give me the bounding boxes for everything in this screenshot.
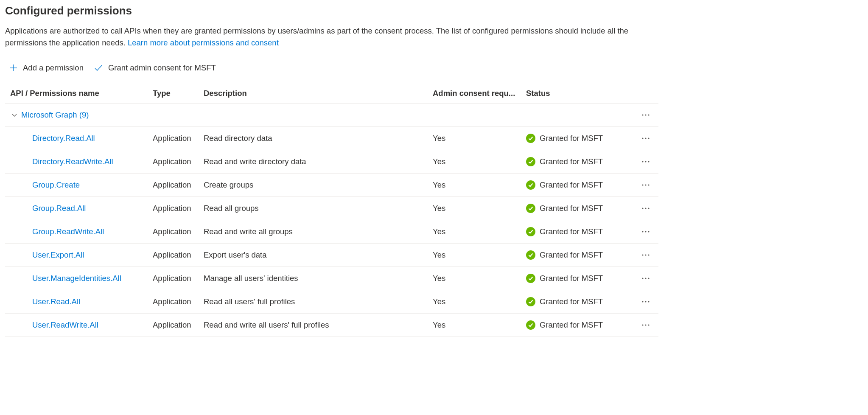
permission-type-cell: Application (149, 156, 200, 167)
permission-type-cell: Application (149, 203, 200, 214)
table-row: Directory.Read.All Application Read dire… (5, 127, 658, 150)
permission-description-cell: Export user's data (200, 250, 429, 261)
svg-point-29 (642, 324, 643, 325)
toolbar: Add a permission Grant admin consent for… (5, 63, 863, 73)
table-row: User.Export.All Application Export user'… (5, 244, 658, 267)
status-text: Granted for MSFT (540, 250, 603, 260)
chevron-down-icon (11, 112, 18, 118)
status-granted-icon (526, 297, 535, 306)
header-status[interactable]: Status (523, 87, 633, 100)
row-more-button[interactable] (633, 295, 658, 308)
permission-link[interactable]: Group.Read.All (32, 204, 86, 213)
page-title: Configured permissions (5, 4, 863, 17)
svg-point-15 (645, 208, 646, 209)
permission-status-cell: Granted for MSFT (523, 296, 633, 307)
status-granted-icon (526, 134, 535, 143)
svg-point-7 (648, 137, 649, 139)
permission-link[interactable]: Group.Create (32, 180, 80, 189)
status-granted-icon (526, 274, 535, 283)
svg-point-3 (645, 114, 646, 115)
permission-admin-cell: Yes (429, 156, 523, 167)
svg-point-9 (645, 161, 646, 162)
status-text: Granted for MSFT (540, 227, 603, 236)
permission-name-cell: Directory.Read.All (5, 133, 149, 144)
svg-point-8 (642, 161, 643, 162)
group-more-button[interactable] (633, 109, 658, 121)
table-row: Directory.ReadWrite.All Application Read… (5, 150, 658, 174)
permission-link[interactable]: Group.ReadWrite.All (32, 227, 104, 236)
status-text: Granted for MSFT (540, 204, 603, 213)
permission-link[interactable]: Directory.Read.All (32, 134, 95, 143)
header-admin-consent[interactable]: Admin consent requ... (429, 87, 523, 100)
permission-type-cell: Application (149, 226, 200, 237)
permission-link[interactable]: User.Read.All (32, 297, 80, 306)
permission-admin-cell: Yes (429, 179, 523, 191)
permission-link[interactable]: Directory.ReadWrite.All (32, 157, 113, 166)
row-more-button[interactable] (633, 249, 658, 261)
permission-admin-cell: Yes (429, 296, 523, 307)
learn-more-link[interactable]: Learn more about permissions and consent (128, 38, 279, 47)
svg-point-20 (642, 254, 643, 255)
table-header: API / Permissions name Type Description … (5, 84, 658, 104)
status-granted-icon (526, 204, 535, 213)
header-description[interactable]: Description (200, 87, 429, 100)
permission-name-cell: User.Read.All (5, 296, 149, 307)
permission-status-cell: Granted for MSFT (523, 179, 633, 191)
permission-description-cell: Read and write directory data (200, 156, 429, 167)
svg-point-24 (645, 278, 646, 279)
table-row: Group.Create Application Create groups Y… (5, 174, 658, 197)
grant-consent-button[interactable]: Grant admin consent for MSFT (94, 63, 216, 73)
row-more-button[interactable] (633, 225, 658, 238)
svg-point-16 (648, 208, 649, 209)
svg-point-27 (645, 301, 646, 302)
permission-type-cell: Application (149, 273, 200, 284)
row-more-button[interactable] (633, 179, 658, 191)
permission-admin-cell: Yes (429, 203, 523, 214)
check-icon (94, 63, 103, 73)
table-row: Group.ReadWrite.All Application Read and… (5, 220, 658, 244)
header-type[interactable]: Type (149, 87, 200, 100)
permission-description-cell: Read all groups (200, 203, 429, 214)
permission-name-cell: Group.Read.All (5, 203, 149, 214)
permission-admin-cell: Yes (429, 226, 523, 237)
permission-link[interactable]: User.ManageIdentities.All (32, 274, 121, 283)
permission-link[interactable]: User.Export.All (32, 250, 84, 259)
svg-point-13 (648, 184, 649, 185)
permission-name-cell: Group.Create (5, 179, 149, 191)
permission-description-cell: Read and write all users' full profiles (200, 320, 429, 331)
row-more-button[interactable] (633, 155, 658, 168)
svg-point-21 (645, 254, 646, 255)
svg-point-28 (648, 301, 649, 302)
svg-point-23 (642, 278, 643, 279)
row-more-button[interactable] (633, 202, 658, 215)
permission-name-cell: User.ReadWrite.All (5, 320, 149, 331)
plus-icon (9, 64, 18, 72)
row-more-button[interactable] (633, 272, 658, 285)
svg-point-19 (648, 231, 649, 232)
permission-type-cell: Application (149, 320, 200, 331)
svg-point-6 (645, 137, 646, 139)
permission-status-cell: Granted for MSFT (523, 133, 633, 144)
permission-admin-cell: Yes (429, 273, 523, 284)
svg-point-18 (645, 231, 646, 232)
svg-point-4 (648, 114, 649, 115)
group-name: Microsoft Graph (9) (21, 110, 89, 120)
add-permission-button[interactable]: Add a permission (9, 63, 84, 73)
permission-type-cell: Application (149, 250, 200, 261)
status-text: Granted for MSFT (540, 274, 603, 283)
status-text: Granted for MSFT (540, 157, 603, 166)
row-more-button[interactable] (633, 319, 658, 331)
permission-link[interactable]: User.ReadWrite.All (32, 320, 98, 329)
status-text: Granted for MSFT (540, 320, 603, 330)
header-api[interactable]: API / Permissions name (5, 87, 149, 100)
group-toggle[interactable]: Microsoft Graph (9) (5, 110, 633, 120)
page-description: Applications are authorized to call APIs… (5, 25, 650, 49)
permission-status-cell: Granted for MSFT (523, 250, 633, 261)
row-more-button[interactable] (633, 132, 658, 145)
status-text: Granted for MSFT (540, 297, 603, 306)
status-granted-icon (526, 180, 535, 190)
svg-point-30 (645, 324, 646, 325)
permission-description-cell: Read directory data (200, 133, 429, 144)
permission-admin-cell: Yes (429, 320, 523, 331)
permission-name-cell: Directory.ReadWrite.All (5, 156, 149, 167)
